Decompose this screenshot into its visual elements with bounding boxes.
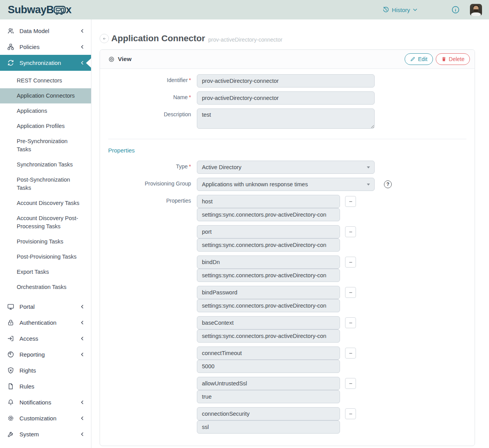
sidebar-item-label: Portal <box>19 303 35 310</box>
sidebar-item-label: Data Model <box>19 28 49 34</box>
property-value-input[interactable] <box>197 420 340 434</box>
description-textarea[interactable]: test <box>197 108 375 129</box>
sidebar-item-post-provisioning-tasks[interactable]: Post-Provisioning Tasks <box>0 249 91 264</box>
identifier-row: Identifier* <box>108 74 466 88</box>
sidebar-item-label: Customization <box>19 415 56 422</box>
brand-text-post: x <box>66 4 72 16</box>
sidebar-item-access[interactable]: Access <box>0 331 91 346</box>
provisioning-group-row: Provisioning Group Applications with unk… <box>108 178 466 191</box>
edit-button[interactable]: Edit <box>405 53 433 65</box>
type-select[interactable]: Active Directory <box>197 161 375 174</box>
sidebar-item-account-discovery-post-processing-tasks[interactable]: Account Discovery Post-Processing Tasks <box>0 211 91 234</box>
page-subtitle: prov-activeDirectory-connector <box>208 34 282 43</box>
sidebar-item-post-synchronization-tasks[interactable]: Post-Synchronization Tasks <box>0 172 91 196</box>
name-row: Name* <box>108 91 466 105</box>
required-mark: * <box>189 94 191 100</box>
sidebar-item-export-tasks[interactable]: Export Tasks <box>0 264 91 280</box>
sidebar-item-label: System <box>19 431 39 438</box>
delete-button[interactable]: Delete <box>436 53 470 65</box>
sidebar-item-data-model[interactable]: Data Model <box>0 23 91 39</box>
remove-property-button[interactable] <box>345 287 356 298</box>
sign-in-icon <box>7 335 14 342</box>
synchronization-submenu: REST Connectors Application Connectors A… <box>0 71 91 299</box>
chevron-left-icon <box>80 352 85 357</box>
sidebar-item-rules[interactable]: Rules <box>0 378 91 394</box>
property-key-input[interactable] <box>197 256 340 269</box>
app-logo[interactable]: SubwayB x <box>8 4 72 16</box>
property-key-input[interactable] <box>197 346 340 360</box>
chevron-left-icon <box>80 336 85 341</box>
main-content: Application Connector prov-activeDirecto… <box>91 19 489 448</box>
page-title: Application Connector <box>111 33 205 44</box>
help-icon[interactable]: ? <box>384 180 392 188</box>
property-pair <box>197 346 356 373</box>
property-key-input[interactable] <box>197 377 340 390</box>
required-mark: * <box>189 77 191 83</box>
property-value-input[interactable] <box>197 360 340 373</box>
chevron-left-icon <box>80 320 85 325</box>
sidebar-item-customization[interactable]: Customization <box>0 410 91 426</box>
back-button[interactable] <box>100 34 109 43</box>
sidebar-item-provisioning-tasks[interactable]: Provisioning Tasks <box>0 234 91 249</box>
remove-property-button[interactable] <box>345 378 356 389</box>
history-menu[interactable]: History <box>382 6 418 13</box>
delete-button-label: Delete <box>449 56 464 62</box>
chevron-left-icon <box>80 400 85 405</box>
info-icon[interactable] <box>451 5 460 14</box>
property-value-input[interactable] <box>197 208 340 221</box>
sidebar-item-synchronization-tasks[interactable]: Synchronization Tasks <box>0 157 91 172</box>
chevron-left-icon <box>80 304 85 309</box>
identifier-input[interactable] <box>197 74 375 88</box>
sidebar-item-authentication[interactable]: Authentication <box>0 315 91 331</box>
property-value-input[interactable] <box>197 238 340 252</box>
sitemap-icon <box>7 43 14 51</box>
property-value-input[interactable] <box>197 299 340 312</box>
property-pair <box>197 225 356 252</box>
property-key-input[interactable] <box>197 225 340 238</box>
property-key-input[interactable] <box>197 195 340 208</box>
remove-property-button[interactable] <box>345 226 356 237</box>
sidebar-item-rest-connectors[interactable]: REST Connectors <box>0 73 91 88</box>
chevron-left-icon <box>80 44 85 49</box>
sidebar-item-account-discovery-tasks[interactable]: Account Discovery Tasks <box>0 196 91 211</box>
user-avatar[interactable] <box>470 4 482 16</box>
remove-property-button[interactable] <box>345 196 356 207</box>
sidebar-item-synchronization[interactable]: Synchronization <box>0 55 91 71</box>
property-key-input[interactable] <box>197 407 340 420</box>
property-key-input[interactable] <box>197 286 340 299</box>
sidebar-item-application-profiles[interactable]: Application Profiles <box>0 119 91 134</box>
property-key-input[interactable] <box>197 316 340 329</box>
remove-property-button[interactable] <box>345 317 356 328</box>
history-icon <box>382 6 389 13</box>
properties-section-title: Properties <box>108 147 466 154</box>
type-label: Type* <box>108 161 197 174</box>
shield-icon <box>7 367 14 374</box>
sidebar-item-applications[interactable]: Applications <box>0 103 91 119</box>
sidebar-item-portal[interactable]: Portal <box>0 299 91 315</box>
remove-property-button[interactable] <box>345 348 356 359</box>
property-value-input[interactable] <box>197 390 340 403</box>
card-title-label: View <box>118 56 131 63</box>
provisioning-group-select[interactable]: Applications with unknown response times <box>197 178 375 191</box>
property-value-input[interactable] <box>197 329 340 343</box>
remove-property-button[interactable] <box>345 408 356 419</box>
sidebar-item-system[interactable]: System <box>0 426 91 442</box>
chevron-left-icon <box>80 28 85 33</box>
remove-property-button[interactable] <box>345 257 356 268</box>
brand-text-pre: SubwayB <box>8 4 54 16</box>
sidebar-item-rights[interactable]: Rights <box>0 362 91 378</box>
sidebar-item-application-connectors[interactable]: Application Connectors <box>0 88 91 103</box>
property-value-input[interactable] <box>197 269 340 282</box>
sidebar-nav: Data Model Policies <box>0 19 91 448</box>
history-label: History <box>392 7 410 13</box>
view-icon <box>108 56 115 63</box>
sidebar-item-orchestration-tasks[interactable]: Orchestration Tasks <box>0 280 91 295</box>
sidebar-item-policies[interactable]: Policies <box>0 39 91 55</box>
name-input[interactable] <box>197 91 375 105</box>
sidebar-item-reporting[interactable]: Reporting <box>0 346 91 362</box>
sidebar-item-notifications[interactable]: Notifications <box>0 394 91 410</box>
provisioning-group-value: Applications with unknown response times <box>202 181 308 187</box>
sidebar-item-pre-synchronization-tasks[interactable]: Pre-Synchronization Tasks <box>0 134 91 157</box>
lock-icon <box>7 319 14 326</box>
caret-down-icon <box>367 166 370 168</box>
